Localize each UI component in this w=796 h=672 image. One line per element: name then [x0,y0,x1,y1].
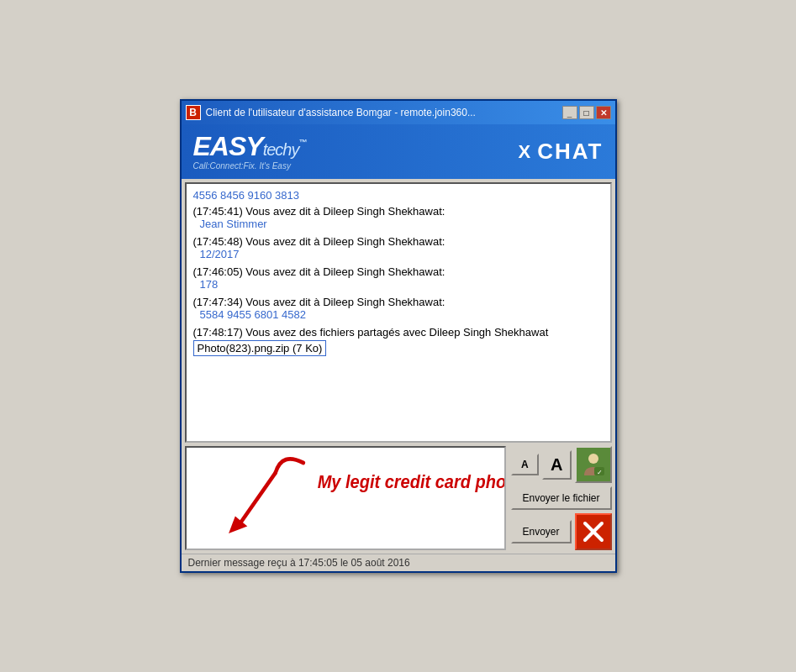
message-value-3: 178 [193,278,604,291]
send-file-button[interactable]: Envoyer le fichier [511,486,612,510]
send-button[interactable]: Envoyer [511,520,572,543]
buttons-column: A A ✓ Envoyer le fichier Envoyer [511,446,612,550]
font-small-button[interactable]: A [511,454,540,475]
first-number: 4556 8456 9160 3813 [193,189,604,202]
message-value-4: 5584 9455 6801 4582 [193,308,604,321]
timestamp-1: (17:45:41) Vous avez dit à Dileep Singh … [193,205,445,218]
chat-message-4: (17:47:34) Vous avez dit à Dileep Singh … [193,296,604,321]
logo-easy-text: EASY [193,131,263,161]
x-close-icon [582,520,605,543]
minimize-button[interactable]: _ [562,106,577,119]
timestamp-2: (17:45:48) Vous avez dit à Dileep Singh … [193,235,445,248]
branding-bar: EASYtechy™ Call:Connect:Fix. It's Easy X… [182,124,615,179]
timestamp-4: (17:47:34) Vous avez dit à Dileep Singh … [193,296,445,308]
chat-message-1: (17:45:41) Vous avez dit à Dileep Singh … [193,205,604,230]
svg-text:✓: ✓ [596,469,602,476]
chat-label: CHAT [537,139,603,165]
chat-message-2: (17:45:48) Vous avez dit à Dileep Singh … [193,235,604,260]
person-icon: ✓ [581,452,606,477]
chat-input[interactable] [187,448,504,549]
window-controls: _ □ ✕ [562,106,611,119]
timestamp-3: (17:46:05) Vous avez dit à Dileep Singh … [193,265,445,278]
close-button[interactable]: ✕ [596,106,611,119]
person-button[interactable]: ✓ [575,446,612,483]
x-label: X [519,141,531,163]
maximize-button[interactable]: □ [579,106,594,119]
input-row: My legit credit card photo A A ✓ [185,446,612,550]
window-title: Client de l'utilisateur d'assistance Bom… [206,107,562,118]
logo-area: EASYtechy™ Call:Connect:Fix. It's Easy [193,133,307,171]
logo-techy-text: techy [263,140,299,159]
chat-message-5: (17:48:17) Vous avez des fichiers partag… [193,326,604,356]
chat-message-3: (17:46:05) Vous avez dit à Dileep Singh … [193,265,604,291]
logo-tagline: Call:Connect:Fix. It's Easy [193,161,307,171]
svg-point-3 [588,454,598,464]
logo-easy: EASYtechy™ [193,133,307,160]
message-value-1: Jean Stimmer [193,218,604,230]
logo-tm: ™ [298,138,306,147]
chat-title-area: X CHAT [519,139,604,165]
message-value-2: 12/2017 [193,248,604,260]
font-and-person-row: A A ✓ [511,446,612,483]
font-large-button[interactable]: A [542,450,571,480]
file-link[interactable]: Photo(823).png.zip (7 Ko) [193,340,327,356]
app-icon: B [186,105,201,120]
chat-input-container[interactable]: My legit credit card photo [185,446,506,550]
timestamp-5: (17:48:17) Vous avez des fichiers partag… [193,326,549,339]
status-text: Dernier message reçu à 17:45:05 le 05 ao… [188,557,410,569]
title-bar: B Client de l'utilisateur d'assistance B… [182,101,615,124]
close-red-button[interactable] [575,513,612,550]
chat-area[interactable]: 4556 8456 9160 3813 (17:45:41) Vous avez… [185,182,612,443]
status-bar: Dernier message reçu à 17:45:05 le 05 ao… [182,554,615,571]
main-window: B Client de l'utilisateur d'assistance B… [180,99,617,573]
